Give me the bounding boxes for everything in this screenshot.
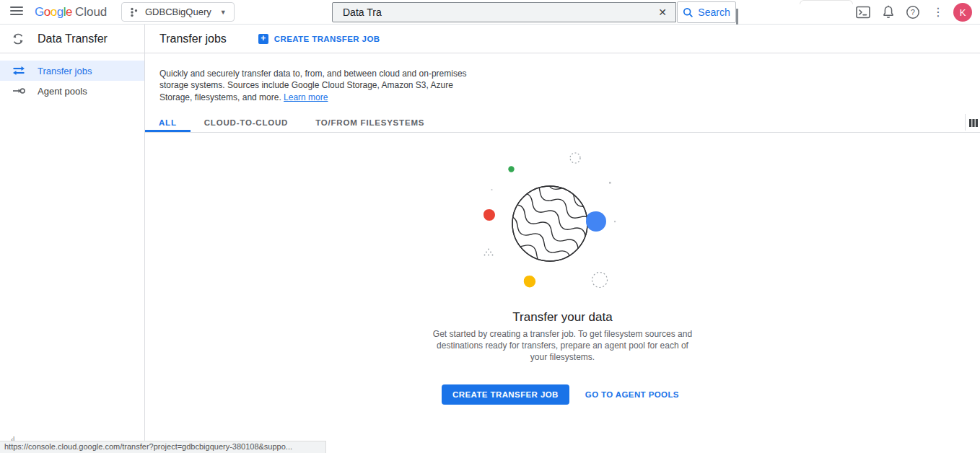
transfer-jobs-icon [12,66,25,76]
notifications-bell-icon[interactable] [881,5,896,19]
clear-search-icon[interactable]: ✕ [649,6,675,18]
menu-icon[interactable] [10,6,23,17]
product-header: Data Transfer [0,25,144,53]
popup-edge-artifact [800,0,853,4]
search-button-label: Search [698,6,730,18]
cloud-shell-icon[interactable] [856,5,870,19]
empty-state: Transfer your data Get started by creati… [145,133,980,405]
top-app-bar: Google Cloud GDBCBigQuery ▼ ✕ Search [0,0,980,25]
dropdown-scrollbar-artifact [736,9,738,25]
sidebar-item-label: Transfer jobs [38,66,92,76]
sidebar-item-transfer-jobs[interactable]: Transfer jobs [0,61,144,81]
empty-state-body: Get started by creating a transfer job. … [429,328,697,363]
go-to-agent-pools-label: GO TO AGENT POOLS [585,390,679,399]
page-description: Quickly and securely transfer data to, f… [159,68,480,103]
tab-bar: ALL CLOUD-TO-CLOUD TO/FROM FILESYSTEMS [145,113,980,133]
plus-icon: + [258,34,268,44]
create-transfer-job-primary-button[interactable]: CREATE TRANSFER JOB [442,384,569,405]
learn-more-link[interactable]: Learn more [284,92,328,102]
transfer-illustration [462,144,664,289]
more-options-icon[interactable]: ⋮ [931,5,945,19]
svg-text:?: ? [911,8,915,17]
avatar-initial: K [960,7,966,18]
browser-status-url: https://console.cloud.google.com/transfe… [0,441,326,453]
left-navigation: Data Transfer Transfer jobs Agent pools … [0,25,145,453]
tab-cloud-to-cloud[interactable]: CLOUD-TO-CLOUD [191,113,302,132]
page-title: Transfer jobs [159,32,227,45]
sidebar-item-label: Agent pools [38,86,87,97]
divider [965,114,966,131]
search-button[interactable]: Search [677,1,736,23]
agent-pools-icon [12,86,25,96]
chevron-down-icon: ▼ [220,9,227,16]
google-cloud-logo: Google Cloud [35,5,107,19]
help-icon[interactable]: ? [906,5,920,19]
column-display-options-icon[interactable] [969,118,978,131]
search-icon [683,7,694,18]
empty-state-heading: Transfer your data [145,310,980,325]
tab-to-from-filesystems[interactable]: TO/FROM FILESYSTEMS [302,113,438,132]
avatar[interactable]: K [953,3,972,22]
sidebar-item-agent-pools[interactable]: Agent pools [0,81,144,101]
create-transfer-job-button[interactable]: + CREATE TRANSFER JOB [258,34,380,44]
search-input[interactable] [333,6,649,18]
project-name: GDBCBigQuery [145,6,211,17]
create-transfer-job-label: CREATE TRANSFER JOB [274,35,380,43]
logo-cloud: Cloud [75,5,107,19]
tab-all[interactable]: ALL [145,113,191,132]
go-to-agent-pools-button[interactable]: GO TO AGENT POOLS [581,383,683,405]
logo-google: Google [35,5,72,19]
project-icon [129,7,139,17]
data-transfer-product-icon [11,32,25,46]
project-selector[interactable]: GDBCBigQuery ▼ [121,2,235,22]
search-box[interactable]: ✕ [332,2,676,22]
product-title: Data Transfer [38,32,108,45]
page-header: Transfer jobs + CREATE TRANSFER JOB [145,25,980,53]
